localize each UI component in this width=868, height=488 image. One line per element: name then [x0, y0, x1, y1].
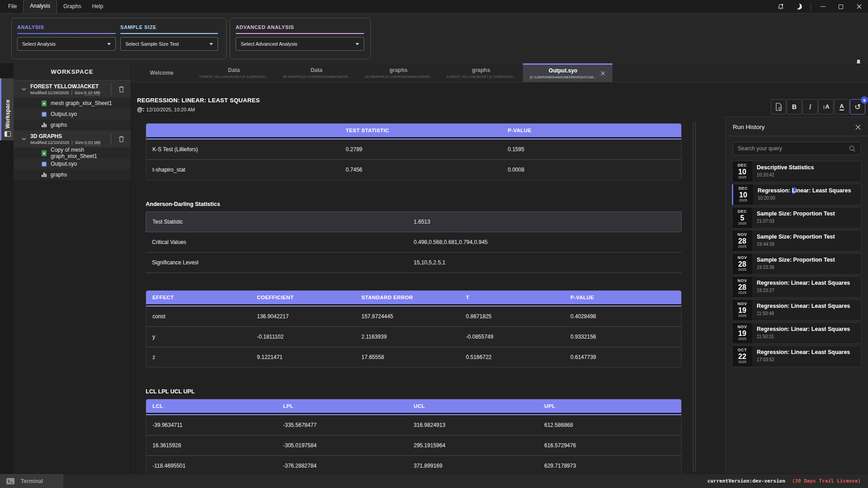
license-text: (30 Days Trail License): [792, 478, 861, 484]
run-history-item[interactable]: NOV 19 2025 Regression: Linear: Least Sq…: [732, 299, 862, 321]
cell: 0.8671825: [466, 313, 570, 320]
tab-subtitle: FOREST YELLOWJACKET [C:\USERS\MO...: [199, 75, 268, 79]
sample-size-dropdown[interactable]: Select Sample Size Test: [120, 37, 218, 51]
document-title: REGRESSION: LINEAR: LEAST SQUARES: [137, 97, 260, 104]
run-year: 2025: [738, 245, 746, 249]
status-bar: Terminal currentVersion:dev-version (30 …: [0, 474, 868, 488]
workspace-file-output-syo[interactable]: Output.syo: [14, 109, 131, 120]
advanced-dropdown[interactable]: Select Advanced Analysis: [236, 37, 364, 51]
header-cell: P-VALUE: [508, 128, 675, 133]
tab-graphs-3d[interactable]: graphs 3D GRAPHS [C:\USERS\MOHAM\ONEDR..…: [357, 63, 439, 82]
line-height-button[interactable]: ↕A: [818, 99, 834, 115]
workspace-file-graphs[interactable]: graphs: [14, 169, 131, 180]
run-month: OCT: [738, 348, 747, 353]
delete-folder-button[interactable]: [116, 83, 127, 95]
cell: const: [152, 313, 257, 320]
run-day: 10: [739, 191, 747, 199]
run-day: 5: [740, 214, 745, 222]
cell: -305.0197584: [283, 442, 414, 449]
tab-data-forest[interactable]: Data FOREST YELLOWJACKET [C:\USERS\MO...: [192, 63, 275, 82]
workspace-file-graphs[interactable]: graphs: [14, 120, 131, 130]
menu-help[interactable]: Help: [87, 0, 108, 13]
export-report-button[interactable]: [771, 99, 786, 115]
version-text: currentVersion:dev-version: [707, 478, 785, 484]
bold-button[interactable]: B: [787, 99, 802, 115]
output-content[interactable]: TEST STATISTIC P-VALUE K-S Test (Lillief…: [131, 117, 694, 474]
underline-button[interactable]: A: [834, 99, 849, 115]
divider: [111, 83, 111, 95]
table-row: Significance Levesl 15,10,5,2.5,1: [146, 253, 682, 273]
run-history-button[interactable]: ↺ 9: [850, 99, 865, 115]
tab-welcome[interactable]: Welcome: [131, 63, 192, 82]
workspace-folder-forest-yellowjacket[interactable]: FOREST YELLOWJACKET Modified:11/28/2025|…: [14, 81, 131, 98]
workspace-vertical-tab[interactable]: Workspace: [0, 78, 14, 140]
notifications-button[interactable]: [772, 0, 790, 13]
tab-title: graphs: [389, 67, 408, 73]
sample-size-dropdown-value: Select Sample Size Test: [125, 41, 179, 47]
bell-icon: [777, 3, 784, 10]
close-panel-button[interactable]: [855, 124, 861, 130]
workspace-file-mesh-graph[interactable]: mesh graph_xlsx_Sheet1: [14, 98, 131, 109]
tab-graphs-forest[interactable]: graphs FOREST YELLOWJACKET [C:\USERS\MO.…: [440, 63, 523, 82]
run-history-item[interactable]: NOV 28 2025 Sample Size: Proportion Test…: [732, 230, 862, 252]
close-window-button[interactable]: [850, 0, 868, 13]
folder-size-label: Size:: [75, 90, 84, 95]
content-scrollbar[interactable]: [693, 122, 696, 472]
run-history-item[interactable]: DEC 5 2025 Sample Size: Proportion Test …: [732, 207, 862, 229]
terminal-label: Terminal: [21, 478, 43, 484]
theme-toggle-button[interactable]: [790, 0, 808, 13]
ribbon-section-sample-size: SAMPLE SIZE Select Sample Size Test: [120, 24, 218, 59]
tab-data-3d[interactable]: Data 3D GRAPHS [C:\USERS\MOHAM\ONEDR...: [275, 63, 357, 82]
advanced-underline: [236, 33, 364, 34]
run-history-search[interactable]: [733, 142, 861, 155]
header-cell: T: [466, 295, 570, 300]
delete-folder-button[interactable]: [116, 133, 127, 145]
cell: 316.9824913: [414, 422, 545, 428]
workspace-file-output-syo[interactable]: Output.syo: [14, 158, 131, 169]
run-history-item[interactable]: NOV 19 2025 Regression: Linear: Least Sq…: [732, 322, 862, 344]
run-history-header: Run History: [726, 117, 868, 136]
run-day: 28: [738, 283, 746, 292]
sample-size-underline: [120, 33, 218, 34]
run-history-item[interactable]: DEC 10 2025 Descriptive Statistics 10:20…: [732, 161, 862, 182]
spreadsheet-icon: [42, 150, 47, 156]
close-tab-button[interactable]: [601, 71, 605, 76]
table-row: K-S Test (Lilliefors) 0.2789 0.1595: [146, 139, 681, 160]
cell: 616.5729476: [544, 442, 675, 449]
folder-info: FOREST YELLOWJACKET Modified:11/28/2025|…: [30, 83, 111, 95]
run-title-text: Regression: Linear: Least Squares: [757, 349, 850, 355]
search-input[interactable]: [738, 145, 849, 152]
limits-title: LCL LPL UCL UPL: [146, 388, 682, 395]
workspace-header: WORKSPACE: [14, 63, 131, 81]
chevron-down-icon[interactable]: [22, 88, 26, 91]
italic-button[interactable]: I: [802, 99, 818, 115]
run-title-text: Descriptive Statistics: [757, 164, 814, 171]
cell: -0.1811102: [257, 334, 361, 340]
header-cell: LPL: [283, 403, 414, 409]
run-history-item[interactable]: NOV 28 2025 Regression: Linear: Least Sq…: [732, 276, 862, 298]
workspace-file-copy-mesh-graph[interactable]: Copy of mesh graph_xlsx_Sheet1: [14, 148, 131, 158]
tab-output-syo[interactable]: Output.syo [C:\USERS\MOHAM\ONEDRIVE\DOCU…: [523, 63, 612, 82]
terminal-toggle[interactable]: Terminal: [0, 474, 63, 488]
run-history-item-selected[interactable]: DEC 10 2025 Regression: Linear: Least Sq…: [732, 184, 862, 206]
run-year: 2025: [738, 176, 746, 180]
window-controls: [772, 0, 868, 13]
analysis-dropdown[interactable]: Select Analysis: [17, 37, 116, 51]
cell: 0.7456: [346, 167, 508, 173]
chevron-down-icon: [107, 43, 111, 45]
run-history-item[interactable]: OCT 22 2025 Regression: Linear: Least Sq…: [732, 345, 862, 367]
timestamp-value: 12/10/2025, 10:20 AM: [146, 107, 195, 112]
menu-analysis[interactable]: Analysis: [23, 0, 57, 13]
menu-graphs[interactable]: Graphs: [59, 0, 85, 13]
run-history-item[interactable]: NOV 28 2025 Sample Size: Proportion Test…: [732, 253, 862, 275]
app-window: File Analysis Graphs Help A: [0, 0, 868, 488]
minimize-button[interactable]: [814, 0, 832, 13]
chevron-down-icon[interactable]: [22, 138, 26, 140]
cell: 0.2789: [346, 146, 508, 153]
trash-icon: [119, 86, 124, 93]
maximize-button[interactable]: [832, 0, 850, 13]
menu-file[interactable]: File: [4, 0, 21, 13]
workspace-folder-3d-graphs[interactable]: 3D GRAPHS Modified:12/10/2025|Size:0.03 …: [14, 130, 131, 148]
cell: 2.1163939: [361, 334, 466, 340]
tab-title: Data: [311, 67, 323, 73]
